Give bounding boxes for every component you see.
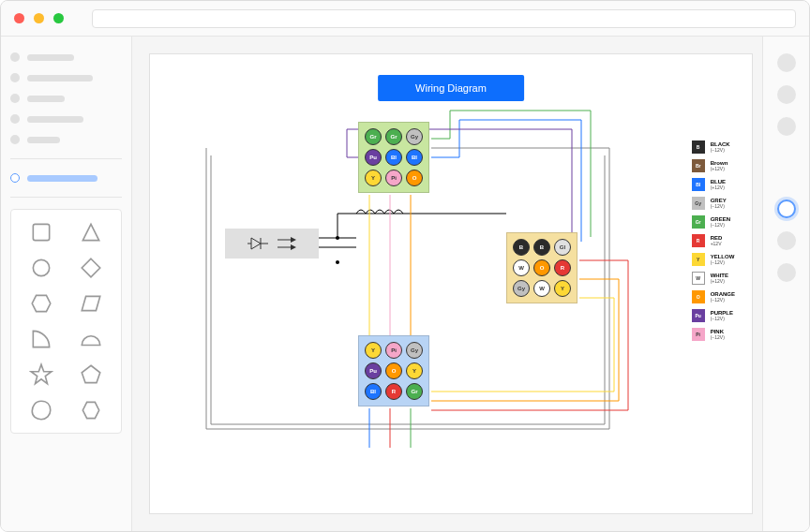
pin[interactable]: Gl <box>554 239 571 256</box>
swatch-icon: Pi <box>692 328 705 341</box>
menu-item[interactable] <box>10 91 122 106</box>
divider <box>10 197 122 198</box>
pin[interactable]: Y <box>554 280 571 297</box>
swatch-icon: Gy <box>692 197 705 210</box>
titlebar <box>1 1 809 37</box>
pin[interactable]: Pi <box>385 170 402 186</box>
shape-triangle[interactable] <box>77 219 105 245</box>
swatch-icon: R <box>692 234 705 247</box>
connector-blue[interactable]: YPiGyPuOYBlRGr <box>358 335 429 406</box>
legend-item: Pi PINK(−12V) <box>692 328 735 341</box>
svg-point-2 <box>33 259 49 275</box>
pin[interactable]: R <box>385 383 402 400</box>
rail-button[interactable] <box>777 53 796 72</box>
pin[interactable]: Pu <box>365 362 382 379</box>
pin[interactable]: Pu <box>365 149 382 166</box>
pin[interactable]: W <box>533 280 550 297</box>
app-body: Wiring Diagram <box>1 37 809 531</box>
right-rail <box>762 37 809 531</box>
pin[interactable]: Gr <box>385 128 402 145</box>
pin[interactable]: Gr <box>365 128 382 145</box>
shape-star[interactable] <box>27 362 55 388</box>
rail-button[interactable] <box>777 200 796 218</box>
pin[interactable]: Bl <box>385 149 402 166</box>
svg-marker-1 <box>83 224 99 240</box>
shape-parallelogram[interactable] <box>77 290 105 317</box>
legend-label: YELLOW(−12V) <box>711 254 735 265</box>
shape-hexagon[interactable] <box>27 290 55 317</box>
pin[interactable]: R <box>554 259 571 276</box>
legend-item: Pu PURPLE(−12V) <box>692 309 735 322</box>
svg-point-12 <box>336 260 339 264</box>
diode-symbol[interactable] <box>225 229 319 259</box>
rail-button[interactable] <box>777 263 796 282</box>
shape-square[interactable] <box>27 219 55 245</box>
shape-semicircle[interactable] <box>77 326 105 352</box>
pin[interactable]: Pi <box>385 342 402 359</box>
shape-diamond[interactable] <box>77 255 105 281</box>
pin[interactable]: B <box>513 239 530 256</box>
shape-circle[interactable] <box>27 255 55 281</box>
rail-button[interactable] <box>777 85 796 104</box>
legend-item: Bl BLUE(+12V) <box>692 178 735 191</box>
canvas-wrap: Wiring Diagram <box>132 37 762 531</box>
divider <box>10 158 122 159</box>
pin[interactable]: Y <box>365 170 382 186</box>
pin[interactable]: Gy <box>406 342 423 359</box>
connector-yellow[interactable]: BBGlWORGyWY <box>506 232 578 303</box>
pin[interactable]: Gy <box>406 128 423 145</box>
svg-marker-26 <box>291 237 296 243</box>
close-icon[interactable] <box>14 13 24 23</box>
legend-label: BLACK(−12V) <box>711 141 730 153</box>
svg-marker-7 <box>82 365 101 382</box>
pin[interactable]: O <box>533 259 550 276</box>
canvas[interactable]: Wiring Diagram <box>149 53 753 514</box>
legend-label: GREEN(−12V) <box>711 216 730 228</box>
swatch-icon: B <box>692 140 705 154</box>
pin[interactable]: Y <box>406 362 423 379</box>
legend-item: Br Brown(+12V) <box>692 159 735 172</box>
url-bar[interactable] <box>92 9 796 28</box>
menu-item[interactable] <box>10 111 122 126</box>
legend-item: Gy GREY(−12V) <box>692 197 735 210</box>
pin[interactable]: Bl <box>406 149 423 166</box>
pin[interactable]: Gr <box>406 383 423 400</box>
wire-layer <box>150 54 752 513</box>
legend-item: O ORANGE(−12V) <box>692 290 735 303</box>
pin[interactable]: O <box>406 170 423 186</box>
svg-marker-6 <box>31 364 52 384</box>
pin[interactable]: O <box>385 362 402 379</box>
swatch-icon: Gr <box>692 215 705 229</box>
legend-item: Gr GREEN(−12V) <box>692 215 735 229</box>
shape-blob[interactable] <box>27 397 55 423</box>
legend-label: Brown(+12V) <box>711 160 728 171</box>
menu-item[interactable] <box>10 50 122 65</box>
menu-item[interactable] <box>10 70 122 85</box>
swatch-icon: Br <box>692 159 705 172</box>
pin[interactable]: B <box>533 239 550 256</box>
pin[interactable]: Bl <box>365 383 382 400</box>
pin[interactable]: Gy <box>513 280 530 297</box>
menu-item-selected[interactable] <box>10 170 122 185</box>
svg-marker-4 <box>32 295 51 311</box>
swatch-icon: Y <box>692 253 705 266</box>
svg-marker-28 <box>291 244 296 250</box>
legend-label: BLUE(+12V) <box>711 179 726 190</box>
legend-label: PURPLE(−12V) <box>711 310 733 321</box>
svg-marker-3 <box>82 259 101 277</box>
shape-hex2[interactable] <box>77 397 105 423</box>
legend-label: RED+12V <box>711 235 723 246</box>
connector-green[interactable]: GrGrGyPuBlBlYPiO <box>358 122 429 193</box>
minimize-icon[interactable] <box>34 13 44 23</box>
sidebar <box>1 37 132 531</box>
maximize-icon[interactable] <box>53 13 64 23</box>
svg-marker-21 <box>251 238 261 249</box>
shape-pentagon[interactable] <box>77 362 105 388</box>
menu-item[interactable] <box>10 132 122 147</box>
shape-quarter[interactable] <box>27 326 55 352</box>
rail-button[interactable] <box>777 117 796 136</box>
pin[interactable]: W <box>513 259 530 276</box>
rail-button[interactable] <box>777 231 796 250</box>
pin[interactable]: Y <box>365 342 382 359</box>
swatch-icon: Bl <box>692 178 705 191</box>
